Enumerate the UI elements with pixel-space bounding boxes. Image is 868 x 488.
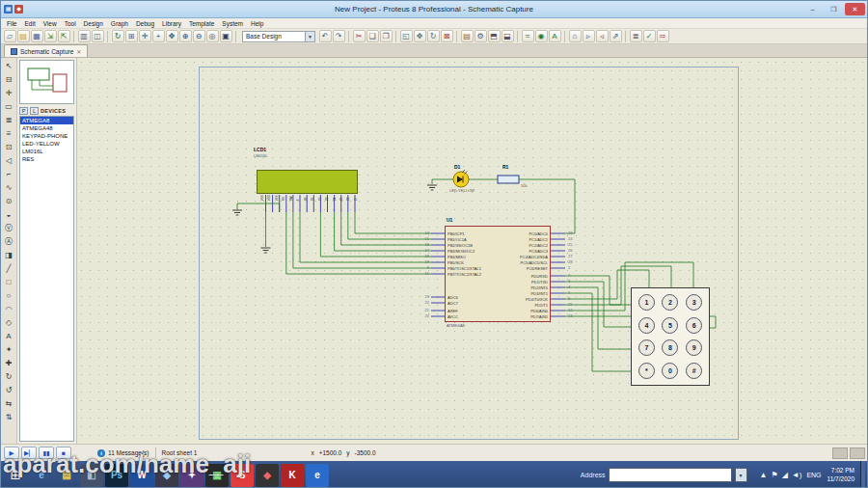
- packaging-tool-icon[interactable]: ⬒: [488, 30, 501, 42]
- device-list-item[interactable]: KEYPAD-PHONE: [20, 132, 73, 140]
- internet-explorer-icon[interactable]: e: [30, 464, 53, 487]
- search-tag-icon[interactable]: ◉: [535, 30, 548, 42]
- edge-icon[interactable]: e: [306, 464, 329, 487]
- menu-item[interactable]: Tool: [61, 20, 80, 27]
- library-button[interactable]: L: [30, 107, 39, 115]
- 2d-line-mode-icon[interactable]: ╱: [2, 261, 15, 275]
- selection-mode-icon[interactable]: ↖: [2, 59, 15, 72]
- tab-close-icon[interactable]: ✕: [76, 48, 81, 55]
- menu-item[interactable]: System: [218, 20, 247, 27]
- tab-schematic-capture[interactable]: Schematic Capture ✕: [4, 44, 88, 57]
- app-icon-3[interactable]: ◧: [80, 464, 103, 487]
- keypad-key[interactable]: 2: [662, 294, 678, 311]
- volume-icon[interactable]: ◄): [792, 471, 802, 479]
- menu-item[interactable]: File: [3, 20, 20, 27]
- block-rotate-icon[interactable]: ↻: [427, 30, 440, 42]
- keypad-key[interactable]: 7: [638, 339, 655, 356]
- design-explorer-icon[interactable]: ⌂: [569, 30, 582, 42]
- app-icon-10[interactable]: ◆: [256, 464, 279, 487]
- step-button[interactable]: ▶▏: [21, 447, 37, 459]
- show-desktop-button[interactable]: [860, 461, 865, 488]
- menu-item[interactable]: Help: [247, 20, 267, 27]
- menu-item[interactable]: Template: [185, 20, 218, 27]
- export-icon[interactable]: ⇱: [58, 30, 70, 42]
- print-icon[interactable]: ▥: [78, 30, 91, 42]
- menu-item[interactable]: Edit: [20, 20, 39, 27]
- windows-start-button[interactable]: ⊞: [3, 463, 28, 488]
- address-dropdown-icon[interactable]: ▼: [735, 468, 747, 482]
- wire-label-mode-icon[interactable]: ▭: [2, 99, 15, 113]
- pan-icon[interactable]: ✥: [166, 30, 178, 42]
- zoom-all-icon[interactable]: ◎: [206, 30, 219, 42]
- keypad-key[interactable]: 1: [638, 294, 655, 311]
- file-explorer-icon[interactable]: ▤: [55, 464, 78, 487]
- keypad-key[interactable]: 9: [686, 339, 702, 356]
- keypad-key[interactable]: *: [638, 363, 655, 379]
- wire-autorouter-icon[interactable]: ≈: [522, 30, 534, 42]
- zoom-area-icon[interactable]: ▣: [220, 30, 232, 42]
- maximize-button[interactable]: ❐: [824, 3, 844, 15]
- minimize-button[interactable]: –: [802, 3, 823, 15]
- lcd-display[interactable]: [257, 170, 358, 194]
- goto-sheet-icon[interactable]: ⇗: [610, 30, 622, 42]
- 2d-arc-mode-icon[interactable]: ◠: [2, 302, 15, 315]
- block-move-icon[interactable]: ✥: [414, 30, 426, 42]
- tape-recorder-mode-icon[interactable]: ⊙: [2, 194, 15, 207]
- address-input[interactable]: [609, 468, 732, 482]
- block-copy-icon[interactable]: ◱: [400, 30, 413, 42]
- zoom-in-icon[interactable]: ⊕: [179, 30, 192, 42]
- device-list-item[interactable]: ATMEGA8: [20, 117, 73, 124]
- redraw-icon[interactable]: ↻: [112, 30, 124, 42]
- save-icon[interactable]: ▦: [31, 30, 43, 42]
- paste-icon[interactable]: ❐: [380, 30, 393, 42]
- block-delete-icon[interactable]: ⊠: [441, 30, 453, 42]
- new-file-icon[interactable]: ▱: [4, 30, 16, 42]
- undo-icon[interactable]: ↶: [319, 30, 332, 42]
- keypad-key[interactable]: 8: [662, 339, 678, 356]
- network-icon[interactable]: ◢: [782, 471, 788, 479]
- voltage-probe-mode-icon[interactable]: Ⓥ: [2, 221, 15, 234]
- import-icon[interactable]: ⇲: [44, 30, 57, 42]
- menu-item[interactable]: Graph: [107, 20, 132, 27]
- component-mode-icon[interactable]: ⊟: [2, 72, 15, 86]
- device-list-item[interactable]: RES: [20, 155, 73, 163]
- bill-of-materials-icon[interactable]: ≣: [630, 30, 642, 42]
- menu-item[interactable]: Library: [158, 20, 185, 27]
- generator-mode-icon[interactable]: ◒: [2, 207, 15, 221]
- play-button[interactable]: ▶: [4, 447, 19, 459]
- word-icon[interactable]: W: [130, 464, 153, 487]
- text-script-mode-icon[interactable]: ≣: [2, 113, 15, 126]
- grid-toggle-icon[interactable]: ⊞: [125, 30, 138, 42]
- photoshop-icon[interactable]: Ps: [105, 464, 128, 487]
- remove-sheet-icon[interactable]: ◃: [596, 30, 609, 42]
- subcircuit-mode-icon[interactable]: ⊡: [2, 140, 15, 153]
- keypad-key[interactable]: 0: [662, 363, 678, 379]
- menu-item[interactable]: View: [40, 20, 61, 27]
- combo-dropdown-icon[interactable]: ▼: [305, 32, 314, 41]
- origin-icon[interactable]: ✛: [139, 30, 151, 42]
- app-icon-8[interactable]: ▣: [205, 464, 229, 487]
- taskbar-clock[interactable]: 7:02 PM 11/7/2020: [827, 467, 854, 483]
- keypad-key[interactable]: 3: [686, 294, 702, 311]
- x-mirror-icon[interactable]: ⇆: [2, 396, 15, 410]
- media-app-icon[interactable]: K: [281, 464, 304, 487]
- netlist-to-ares-icon[interactable]: ⇨: [657, 30, 669, 42]
- close-button[interactable]: ✕: [845, 3, 865, 15]
- 2d-box-mode-icon[interactable]: □: [2, 275, 15, 288]
- device-list-item[interactable]: ATMEGA48: [20, 124, 73, 132]
- 2d-symbol-mode-icon[interactable]: ✦: [2, 342, 15, 356]
- shareit-icon[interactable]: S: [231, 464, 254, 487]
- rotate-anticlockwise-icon[interactable]: ↺: [2, 383, 15, 396]
- device-pins-mode-icon[interactable]: ⌐: [2, 167, 15, 180]
- device-list-item[interactable]: LED-YELLOW: [20, 140, 73, 148]
- open-file-icon[interactable]: ▤: [17, 30, 30, 42]
- schematic-canvas[interactable]: LCD1 LM016L VSSVDDVEERSRWED0D1D2D3D4D5D6…: [77, 58, 867, 444]
- 2d-circle-mode-icon[interactable]: ○: [2, 288, 15, 302]
- cut-icon[interactable]: ✂: [353, 30, 366, 42]
- app-icon-6[interactable]: ◈: [155, 464, 178, 487]
- copy-icon[interactable]: ❏: [366, 30, 379, 42]
- keypad-key[interactable]: 6: [686, 317, 702, 334]
- sheet-selector-combo[interactable]: Base Design ▼: [242, 31, 315, 42]
- buses-mode-icon[interactable]: ≡: [2, 126, 15, 140]
- 2d-marker-mode-icon[interactable]: ✚: [2, 356, 15, 369]
